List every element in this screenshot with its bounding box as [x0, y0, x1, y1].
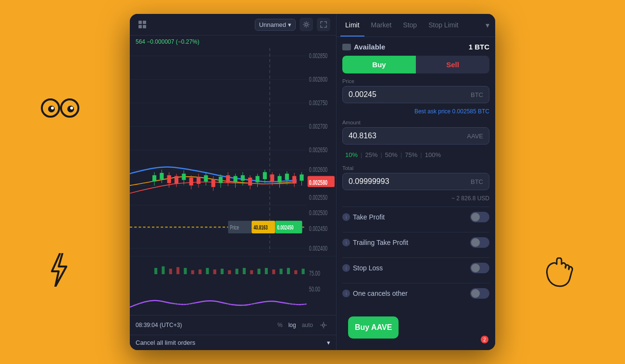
svg-rect-47 [197, 177, 200, 184]
chart-name-select[interactable]: Unnamed ▾ [255, 19, 296, 31]
svg-rect-96 [221, 269, 224, 274]
amount-field-group: Amount AAVE [342, 120, 489, 145]
total-input[interactable] [349, 177, 471, 186]
svg-rect-49 [204, 175, 208, 182]
price-input-row: BTC [342, 86, 489, 103]
order-panel: Limit Market Stop Stop Limit ▾ Available… [337, 14, 495, 350]
pct-75-btn[interactable]: 75% [402, 149, 420, 160]
take-profit-info-icon[interactable]: i [342, 213, 350, 221]
pct-10-btn[interactable]: 10% [342, 149, 361, 160]
stop-loss-row: i Stop Loss [342, 257, 489, 278]
available-row: Available 1 BTC [342, 43, 489, 51]
mode-auto-btn[interactable]: auto [300, 318, 315, 332]
svg-rect-65 [263, 172, 267, 179]
total-label: Total [342, 165, 489, 171]
expand-icon-btn[interactable] [317, 18, 330, 31]
tabs-more-btn[interactable]: ▾ [484, 14, 491, 36]
chevron-down-icon: ▾ [327, 339, 330, 346]
svg-text:0.002650: 0.002650 [309, 146, 327, 154]
svg-rect-41 [175, 176, 178, 184]
mode-pct-btn[interactable]: % [275, 318, 285, 332]
grid-icon-btn[interactable] [136, 18, 149, 31]
svg-point-10 [305, 24, 308, 26]
chevron-down-icon: ▾ [288, 21, 291, 28]
svg-rect-105 [287, 268, 290, 274]
take-profit-toggle[interactable] [470, 212, 489, 222]
svg-point-112 [323, 324, 325, 327]
svg-text:0.002700: 0.002700 [309, 122, 327, 131]
buy-aave-button[interactable]: Buy AAVE [348, 316, 399, 339]
svg-rect-53 [219, 177, 223, 183]
buy-button[interactable]: Buy [342, 56, 416, 73]
take-profit-left: i Take Profit [342, 213, 385, 221]
svg-rect-6 [138, 21, 142, 24]
chart-panel: Unnamed ▾ 564 −0.000007 (−0.27%) [130, 14, 337, 350]
svg-text:0.002800: 0.002800 [309, 75, 327, 84]
svg-rect-37 [160, 173, 163, 179]
svg-rect-87 [154, 268, 157, 274]
one-cancels-other-toggle[interactable] [470, 288, 489, 299]
chart-bottom-bar: 08:39:04 (UTC+3) % log auto [130, 315, 336, 335]
settings-icon-btn[interactable] [300, 18, 313, 31]
stop-loss-info-icon[interactable]: i [342, 264, 350, 272]
total-usd-text: ~ 2 826.8 USD [342, 195, 489, 202]
price-unit: BTC [471, 91, 483, 98]
pct-25-btn[interactable]: 25% [362, 149, 380, 160]
amount-unit: AAVE [467, 133, 483, 140]
price-field-group: Price BTC [342, 78, 489, 103]
svg-text:40.8163: 40.8163 [253, 224, 267, 231]
percent-row: 10% | 25% | 50% | 75% | 100% [342, 149, 489, 160]
svg-rect-100 [250, 270, 253, 274]
svg-rect-39 [167, 175, 171, 183]
svg-rect-89 [169, 269, 172, 274]
sell-button[interactable]: Sell [416, 56, 489, 73]
price-label: Price [342, 78, 489, 84]
order-tabs: Limit Market Stop Stop Limit ▾ [337, 14, 495, 37]
deco-lightning [48, 253, 67, 292]
svg-rect-106 [294, 270, 297, 274]
svg-rect-83 [130, 256, 336, 303]
svg-rect-43 [182, 174, 186, 180]
amount-input[interactable] [349, 132, 467, 140]
svg-text:0.002450: 0.002450 [309, 225, 327, 233]
mode-log-btn[interactable]: log [287, 318, 298, 332]
svg-rect-7 [143, 21, 146, 24]
svg-rect-73 [292, 176, 296, 183]
svg-rect-35 [152, 175, 156, 182]
chart-price-info: 564 −0.000007 (−0.27%) [130, 36, 336, 48]
one-cancels-other-left: i One cancels other [342, 290, 408, 297]
total-input-row: BTC [342, 173, 489, 190]
tab-stop-limit[interactable]: Stop Limit [424, 14, 463, 36]
svg-text:0.002400: 0.002400 [309, 244, 327, 253]
svg-rect-63 [255, 176, 259, 182]
svg-rect-90 [176, 267, 179, 274]
deco-hand [543, 257, 577, 297]
best-ask-text: Best ask price 0.002585 BTC [342, 108, 489, 115]
trailing-take-profit-info-icon[interactable]: i [342, 239, 350, 246]
svg-text:0.002450: 0.002450 [277, 224, 293, 231]
svg-rect-94 [206, 268, 209, 274]
buy-aave-wrapper: Buy AAVE 2 [342, 316, 489, 344]
amount-input-row: AAVE [342, 127, 489, 145]
trailing-take-profit-label: Trailing Take Profit [353, 239, 408, 246]
svg-text:0.002500: 0.002500 [309, 209, 327, 217]
svg-text:0.002550: 0.002550 [309, 193, 327, 201]
pct-100-btn[interactable]: 100% [422, 149, 444, 160]
trailing-take-profit-left: i Trailing Take Profit [342, 239, 408, 246]
svg-rect-67 [270, 174, 274, 182]
trailing-take-profit-toggle[interactable] [470, 237, 489, 248]
svg-text:75.00: 75.00 [309, 269, 320, 278]
take-profit-row: i Take Profit [342, 206, 489, 227]
pct-50-btn[interactable]: 50% [382, 149, 400, 160]
tab-limit[interactable]: Limit [340, 14, 364, 36]
tab-stop[interactable]: Stop [398, 14, 422, 36]
price-input[interactable] [349, 90, 471, 99]
available-label: Available [342, 43, 385, 51]
svg-rect-103 [272, 269, 275, 274]
amount-label: Amount [342, 120, 489, 125]
chart-settings-icon[interactable] [317, 318, 330, 332]
one-cancels-other-info-icon[interactable]: i [342, 290, 350, 297]
stop-loss-toggle[interactable] [470, 263, 489, 273]
cancel-orders-bar[interactable]: Cancel all limit orders ▾ [130, 335, 336, 350]
tab-market[interactable]: Market [366, 14, 397, 36]
